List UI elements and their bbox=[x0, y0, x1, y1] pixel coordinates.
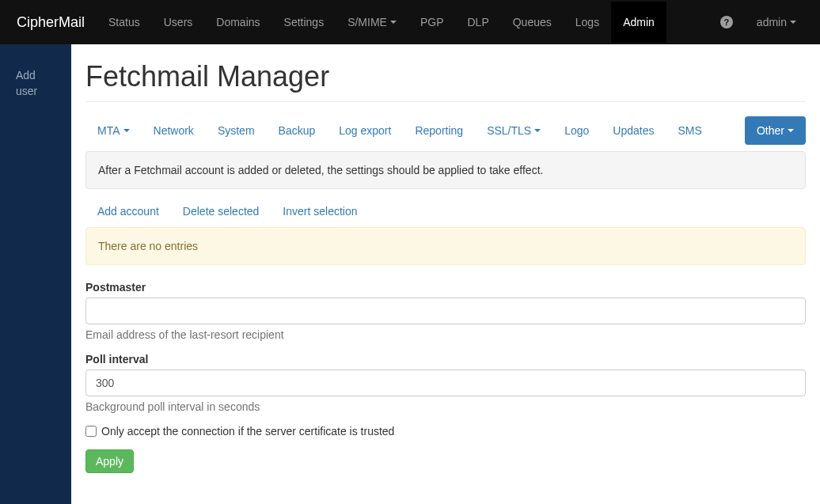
cert-trusted-row: Only accept the connection if the server… bbox=[85, 425, 806, 438]
poll-interval-label: Poll interval bbox=[85, 353, 806, 366]
tab-other-label: Other bbox=[757, 124, 784, 137]
caret-down-icon bbox=[788, 129, 794, 132]
postmaster-help: Email address of the last-resort recipie… bbox=[85, 328, 806, 341]
page-title: Fetchmail Manager bbox=[85, 60, 806, 93]
tab-sms[interactable]: SMS bbox=[666, 116, 713, 145]
caret-down-icon bbox=[534, 129, 541, 132]
tab-ssl-tls-label: SSL/TLS bbox=[487, 124, 531, 137]
nav-queues[interactable]: Queues bbox=[501, 2, 564, 43]
tab-logo[interactable]: Logo bbox=[552, 116, 601, 145]
nav-settings[interactable]: Settings bbox=[272, 2, 336, 43]
layout: Add user Fetchmail Manager MTA Network S… bbox=[0, 44, 820, 504]
tab-updates[interactable]: Updates bbox=[601, 116, 666, 145]
delete-selected-link[interactable]: Delete selected bbox=[183, 205, 260, 218]
nav-admin[interactable]: Admin bbox=[611, 2, 666, 43]
main-content: Fetchmail Manager MTA Network System Bac… bbox=[71, 44, 820, 504]
no-entries-alert: There are no entries bbox=[85, 227, 806, 265]
poll-interval-input[interactable] bbox=[85, 369, 806, 396]
cert-trusted-checkbox[interactable] bbox=[85, 426, 97, 437]
poll-interval-help: Background poll interval in seconds bbox=[85, 400, 806, 413]
caret-down-icon bbox=[390, 21, 397, 24]
tab-log-export[interactable]: Log export bbox=[327, 116, 403, 145]
caret-down-icon bbox=[790, 21, 796, 24]
tab-backup[interactable]: Backup bbox=[267, 116, 328, 145]
action-links: Add account Delete selected Invert selec… bbox=[85, 205, 806, 227]
top-navbar: CipherMail Status Users Domains Settings… bbox=[0, 0, 820, 44]
brand[interactable]: CipherMail bbox=[12, 2, 97, 43]
postmaster-label: Postmaster bbox=[85, 281, 806, 294]
nav-domains[interactable]: Domains bbox=[204, 2, 271, 43]
nav-smime[interactable]: S/MIME bbox=[336, 2, 408, 43]
tab-spacer bbox=[714, 116, 745, 145]
nav-status[interactable]: Status bbox=[97, 2, 152, 43]
user-menu[interactable]: admin bbox=[745, 2, 808, 43]
caret-down-icon bbox=[123, 129, 130, 132]
invert-selection-link[interactable]: Invert selection bbox=[283, 205, 357, 218]
nav-pgp[interactable]: PGP bbox=[408, 2, 456, 43]
apply-button[interactable]: Apply bbox=[85, 449, 134, 473]
nav-dlp[interactable]: DLP bbox=[456, 2, 501, 43]
navbar-right: ? admin bbox=[708, 2, 808, 43]
navbar-left: CipherMail Status Users Domains Settings… bbox=[12, 2, 666, 43]
postmaster-input[interactable] bbox=[85, 297, 806, 324]
user-menu-label: admin bbox=[757, 16, 787, 28]
tab-other[interactable]: Other bbox=[745, 116, 806, 145]
tab-ssl-tls[interactable]: SSL/TLS bbox=[475, 116, 552, 145]
tab-system[interactable]: System bbox=[206, 116, 267, 145]
tab-mta[interactable]: MTA bbox=[85, 116, 142, 145]
cert-trusted-label: Only accept the connection if the server… bbox=[101, 425, 394, 438]
nav-smime-label: S/MIME bbox=[347, 16, 387, 28]
postmaster-group: Postmaster Email address of the last-res… bbox=[85, 281, 806, 341]
question-circle-icon: ? bbox=[720, 16, 733, 28]
nav-logs[interactable]: Logs bbox=[564, 2, 611, 43]
tab-reporting[interactable]: Reporting bbox=[403, 116, 475, 145]
tab-network[interactable]: Network bbox=[142, 116, 206, 145]
sidebar: Add user bbox=[0, 44, 71, 504]
admin-tabs: MTA Network System Backup Log export Rep… bbox=[85, 116, 806, 145]
info-well: After a Fetchmail account is added or de… bbox=[85, 151, 806, 189]
tab-mta-label: MTA bbox=[97, 124, 120, 137]
sidebar-item-add-user[interactable]: Add user bbox=[0, 60, 71, 107]
poll-interval-group: Poll interval Background poll interval i… bbox=[85, 353, 806, 413]
divider bbox=[85, 101, 806, 102]
help-button[interactable]: ? bbox=[708, 2, 745, 43]
nav-users[interactable]: Users bbox=[152, 2, 205, 43]
add-account-link[interactable]: Add account bbox=[97, 205, 159, 218]
